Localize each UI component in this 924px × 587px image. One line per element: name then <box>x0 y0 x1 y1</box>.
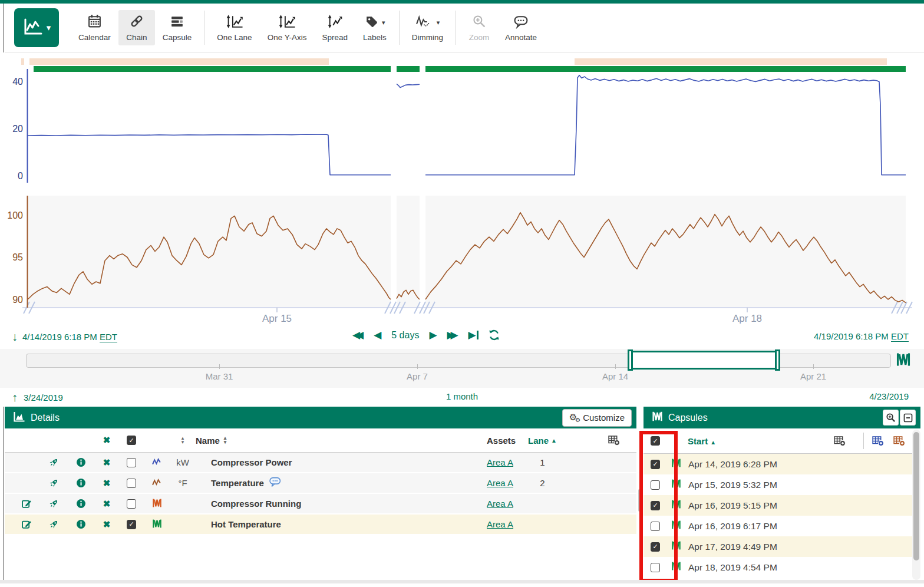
investigate-duration-label: 1 month <box>0 391 924 401</box>
capsule-checkbox[interactable] <box>651 480 660 490</box>
item-checkbox[interactable] <box>127 499 136 509</box>
details-row[interactable]: ✖kWCompressor PowerArea A1 <box>5 453 636 473</box>
customize-button[interactable]: ⚙⚙ Customize <box>562 409 632 427</box>
details-row[interactable]: ✖Compressor RunningArea A <box>5 494 636 515</box>
asset-link[interactable]: Area A <box>487 457 513 467</box>
zoom-to-capsule-button[interactable] <box>883 410 899 426</box>
toolbar-item-capsule[interactable]: Capsule <box>155 10 200 45</box>
toolbar-item-zoom[interactable]: Zoom <box>461 10 497 45</box>
collapse-panel-button[interactable] <box>900 410 916 426</box>
trend-chart-svg[interactable]: Apr 15Apr 18020409095100 <box>0 52 924 328</box>
rocket-icon[interactable] <box>49 457 59 467</box>
capsule-start-time: Apr 16, 2019 6:17 PM <box>688 521 777 532</box>
remove-item-button[interactable]: ✖ <box>94 499 119 509</box>
svg-text:Apr 18: Apr 18 <box>732 313 762 324</box>
lane-number: 2 <box>520 478 565 488</box>
capsules-panel-header: Capsules <box>644 407 920 428</box>
asset-link[interactable]: Area A <box>487 519 513 529</box>
edit-icon[interactable] <box>22 519 32 529</box>
toolbar-item-one-lane[interactable]: One Lane <box>209 10 259 45</box>
sort-asc-icon: ▲ <box>551 437 557 444</box>
step-to-end-icon[interactable]: ▶ <box>468 329 478 341</box>
info-icon[interactable] <box>76 478 86 488</box>
panel-splitter[interactable] <box>636 407 644 580</box>
capsule-row[interactable]: Apr 16, 2019 6:17 PM <box>644 516 920 536</box>
column-header-start[interactable]: Start▲ <box>688 436 716 446</box>
timezone-label: EDT <box>100 332 117 342</box>
column-header-assets[interactable]: Assets <box>458 436 520 446</box>
remove-item-button[interactable]: ✖ <box>94 457 119 468</box>
capsule-row[interactable]: ✓Apr 17, 2019 4:49 PM <box>644 536 920 557</box>
capsule-checkbox[interactable]: ✓ <box>651 542 660 552</box>
item-checkbox[interactable] <box>127 479 136 488</box>
step-forward-half-icon[interactable]: ▶ <box>429 329 437 341</box>
details-row[interactable]: ✖✓Hot TemperatureArea A <box>5 515 636 535</box>
toolbar-item-annotate[interactable]: Annotate <box>497 10 544 45</box>
step-back-full-icon[interactable]: ◀◀ <box>352 329 364 341</box>
rocket-icon[interactable] <box>49 499 59 509</box>
info-icon[interactable] <box>76 499 86 509</box>
add-column-button[interactable] <box>834 436 846 446</box>
rocket-icon[interactable] <box>49 478 59 488</box>
step-forward-full-icon[interactable]: ▶▶ <box>447 329 458 341</box>
timeline-selection-window[interactable] <box>631 351 778 370</box>
item-checkbox[interactable]: ✓ <box>127 520 136 529</box>
signal-icon <box>152 457 162 468</box>
step-back-half-icon[interactable]: ◀ <box>374 329 381 341</box>
display-start-link[interactable]: 4/14/2019 6:18 PM EDT <box>22 332 117 342</box>
capsules-scrollbar-thumb[interactable] <box>913 432 919 560</box>
toolbar-item-labels[interactable]: ▾Labels <box>355 10 394 45</box>
capsule-checkbox[interactable] <box>651 563 660 572</box>
comment-icon[interactable] <box>269 477 281 489</box>
add-signal-column-button[interactable] <box>872 436 884 446</box>
timeline-left-handle[interactable] <box>628 349 633 371</box>
capsule-row[interactable]: Apr 15, 2019 5:32 PM <box>644 474 920 495</box>
toolbar-item-chain[interactable]: Chain <box>118 10 155 45</box>
remove-all-button[interactable]: ✖ <box>94 435 119 446</box>
toolbar-item-dimming[interactable]: ▾Dimming <box>404 10 451 45</box>
capsule-checkbox[interactable]: ✓ <box>651 460 660 469</box>
asset-link[interactable]: Area A <box>487 478 513 488</box>
add-condition-column-button[interactable] <box>893 436 905 446</box>
sort-icon[interactable]: ▴▾ <box>170 436 196 444</box>
column-header-lane[interactable]: Lane▲ <box>520 436 565 446</box>
info-icon[interactable] <box>76 457 86 467</box>
capsule-checkbox[interactable]: ✓ <box>651 501 660 510</box>
details-row[interactable]: ✖°FTemperatureArea A2 <box>5 473 636 494</box>
edit-icon[interactable] <box>22 499 32 509</box>
svg-text:0: 0 <box>18 171 23 181</box>
capsule-row[interactable]: ✓Apr 14, 2019 6:28 PM <box>644 454 920 474</box>
svg-text:100: 100 <box>7 210 23 220</box>
timeline-tick <box>417 364 418 369</box>
rocket-icon[interactable] <box>49 519 59 529</box>
range-duration-label[interactable]: 5 days <box>391 330 419 341</box>
trend-chart-area[interactable]: Apr 15Apr 18020409095100 <box>0 52 924 328</box>
capsule-row[interactable]: Apr 18, 2019 4:54 PM <box>644 557 920 578</box>
condition-icon <box>671 561 681 573</box>
info-icon[interactable] <box>76 519 86 529</box>
toolbar-item-calendar[interactable]: Calendar <box>71 10 118 45</box>
details-panel-title: Details <box>31 413 60 423</box>
capsule-row[interactable]: ✓Apr 16, 2019 5:15 PM <box>644 495 920 516</box>
remove-item-button[interactable]: ✖ <box>94 519 119 530</box>
item-name: Compressor Power <box>211 457 292 467</box>
column-header-name[interactable]: Name <box>196 436 220 446</box>
timeline-right-handle[interactable] <box>775 349 780 371</box>
select-all-capsules-checkbox[interactable]: ✓ <box>651 436 660 446</box>
toolbar-item-spread[interactable]: Spread <box>314 10 355 45</box>
toolbar-item-one-y-axis[interactable]: One Y-Axis <box>260 10 315 45</box>
item-checkbox[interactable] <box>127 458 136 467</box>
add-column-button[interactable] <box>600 435 628 446</box>
investigate-range-down-icon[interactable]: ↓ <box>12 330 18 344</box>
trend-view-button[interactable]: ▾ <box>14 8 59 47</box>
select-all-checkbox[interactable]: ✓ <box>127 436 136 445</box>
sort-icon[interactable]: ▴▾ <box>224 436 227 444</box>
one-y-axis-icon <box>278 14 296 31</box>
capsule-checkbox[interactable] <box>651 522 660 531</box>
asset-link[interactable]: Area A <box>487 499 513 509</box>
remove-item-button[interactable]: ✖ <box>94 478 119 489</box>
display-end-link[interactable]: 4/19/2019 6:18 PM EDT <box>814 331 909 342</box>
capsule-time-toggle-icon[interactable] <box>896 352 911 367</box>
refresh-icon[interactable] <box>489 329 500 341</box>
area-chart-icon <box>13 411 25 425</box>
